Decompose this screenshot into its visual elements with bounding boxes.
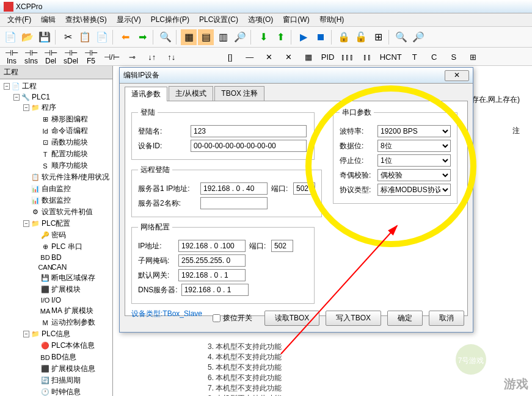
tab-master-slave[interactable]: 主/从模式 [169, 86, 213, 101]
view2-icon[interactable]: ▤ [198, 29, 214, 45]
ladder-tool[interactable]: S [447, 52, 461, 61]
tree-item[interactable]: I/OI/O [1, 295, 111, 305]
stop-icon[interactable]: ⏹ [313, 29, 329, 45]
tree-item[interactable]: 📊自由监控 [1, 183, 111, 195]
ip-input[interactable] [178, 240, 246, 252]
tree-item[interactable]: 🔑密码 [1, 229, 111, 241]
menu-find[interactable]: 查找\替换(S) [60, 13, 111, 26]
tree-item[interactable]: −🔧PLC1 [1, 92, 111, 102]
zoom-out-icon[interactable]: 🔎 [410, 29, 426, 45]
stop-bits-select[interactable]: 1位 [377, 154, 451, 167]
find-icon[interactable]: 🔍 [158, 29, 173, 45]
menu-option[interactable]: 选项(O) [243, 13, 278, 26]
server2-name-input[interactable] [200, 197, 268, 209]
gateway-input[interactable] [178, 269, 246, 281]
save-icon[interactable]: 💾 [37, 29, 53, 45]
ladder-tool[interactable] [184, 52, 198, 61]
view1-icon[interactable]: ▦ [181, 29, 197, 45]
tree-item[interactable]: 📋软元件注释/使用状况 [1, 171, 111, 183]
net-port-input[interactable] [271, 240, 293, 252]
tree-item[interactable]: 📊数据监控 [1, 195, 111, 206]
tab-comm-params[interactable]: 通讯参数 [125, 87, 167, 101]
tree-item[interactable]: T配置功能块 [1, 148, 111, 160]
ladder-tool[interactable]: ↓↑ [145, 52, 159, 61]
dns-input[interactable] [181, 284, 249, 296]
ladder-tool[interactable]: T [408, 52, 421, 61]
paste-icon[interactable]: 📄 [94, 29, 110, 45]
menu-edit[interactable]: 编辑 [36, 13, 60, 26]
tree-item[interactable]: 🔴PLC本体信息 [1, 340, 111, 351]
tree-item[interactable]: ⊞梯形图编程 [1, 113, 111, 125]
tree-item[interactable]: 💾断电区域保存 [1, 272, 111, 284]
protocol-select[interactable]: 标准MODBUS协议 [377, 184, 451, 196]
server1-ip-input[interactable] [200, 182, 268, 195]
tree-item[interactable]: S顺序功能块 [1, 160, 111, 171]
tree-item[interactable]: M运动控制参数 [1, 317, 111, 328]
ladder-tool[interactable]: ⊣⊢Del [44, 48, 57, 65]
cancel-button[interactable]: 取消 [429, 311, 464, 326]
undo-icon[interactable]: ⬅ [117, 29, 133, 45]
tree-item[interactable]: −📄工程 [1, 81, 111, 92]
open-icon[interactable]: 📂 [20, 29, 35, 45]
ladder-tool[interactable]: ⊣⊢F5 [84, 48, 98, 65]
baud-select[interactable]: 19200 BPS [377, 125, 451, 137]
ladder-tool[interactable]: ⊞ [467, 52, 480, 61]
copy-icon[interactable]: 📋 [77, 29, 93, 45]
view4-icon[interactable]: 🔎 [232, 29, 248, 45]
menu-help[interactable]: 帮助(H) [315, 13, 349, 26]
ladder-tool[interactable]: PID [321, 52, 335, 61]
ladder-tool[interactable]: ⫿⫿⫿ [341, 52, 354, 61]
lock-icon[interactable]: 🔒 [336, 29, 352, 45]
ladder-tool[interactable]: ↑↓ [165, 52, 178, 61]
ok-button[interactable]: 确定 [387, 311, 423, 326]
unlock-icon[interactable]: 🔓 [353, 29, 369, 45]
download-icon[interactable]: ⬇ [255, 29, 271, 45]
menu-window[interactable]: 窗口(W) [278, 13, 314, 26]
read-tbox-button[interactable]: 读取TBOX [264, 311, 320, 326]
parity-select[interactable]: 偶校验 [377, 169, 451, 181]
tree-item[interactable]: ⊡函数功能块 [1, 137, 111, 148]
ladder-tool[interactable]: C [428, 52, 441, 61]
ladder-tool[interactable] [204, 52, 217, 61]
ladder-tool[interactable]: ⊸ [126, 52, 139, 61]
tree-item[interactable]: Id命令语编程 [1, 125, 111, 137]
ladder-tool[interactable]: ⊣⊢Ins [5, 48, 18, 65]
menu-plc-set[interactable]: PLC设置(C) [194, 13, 243, 26]
tree-item[interactable]: 🕐时钟信息 [1, 386, 111, 396]
tree-item[interactable]: ⊕PLC 串口 [1, 241, 111, 253]
tree-item[interactable]: 🔄扫描周期 [1, 375, 111, 386]
ladder-tool[interactable]: ▦ [302, 52, 315, 61]
tree-item[interactable]: CANCAN [1, 262, 111, 272]
tree-item[interactable]: ⚙设置软元件初值 [1, 206, 111, 218]
tree-item[interactable]: −📁PLC信息 [1, 328, 111, 340]
dial-switch-checkbox[interactable]: 拨位开关 [213, 313, 252, 323]
ladder-tool[interactable]: HCNT [380, 52, 402, 61]
ladder-tool[interactable]: ⊣/⊢ [104, 52, 120, 61]
new-icon[interactable]: 📄 [2, 29, 18, 45]
menu-plc-op[interactable]: PLC操作(P) [146, 13, 194, 26]
remote-port-input[interactable] [293, 182, 315, 195]
ladder-tool[interactable]: ✕ [282, 52, 296, 61]
tree-item[interactable]: BDBD [1, 253, 111, 262]
login-name-input[interactable] [191, 125, 307, 137]
view3-icon[interactable]: ▥ [215, 29, 231, 45]
run-icon[interactable]: ▶ [296, 29, 312, 45]
ladder-tool[interactable]: ⊣⊢sIns [24, 48, 38, 65]
ladder-tool[interactable]: ⊣⊢sDel [64, 48, 78, 65]
menu-view[interactable]: 显示(V) [112, 13, 146, 26]
tree-item[interactable]: −📁PLC配置 [1, 218, 111, 229]
tree-item[interactable]: ⬛扩展模块信息 [1, 363, 111, 375]
ladder-tool[interactable]: [] [224, 52, 237, 61]
data-bits-select[interactable]: 8位 [377, 140, 451, 152]
write-tbox-button[interactable]: 写入TBOX [326, 311, 381, 326]
menu-file[interactable]: 文件(F) [2, 13, 36, 26]
mask-input[interactable] [178, 254, 246, 267]
zoom-in-icon[interactable]: 🔍 [393, 29, 409, 45]
connect-icon[interactable]: ⊞ [370, 29, 386, 45]
tree-item[interactable]: −📁程序 [1, 102, 111, 113]
upload-icon[interactable]: ⬆ [272, 29, 288, 45]
ladder-tool[interactable]: ✕ [263, 52, 276, 61]
tree-item[interactable]: ⬛扩展模块 [1, 284, 111, 295]
tree-item[interactable]: MAMA 扩展模块 [1, 305, 111, 317]
redo-icon[interactable]: ➡ [134, 29, 150, 45]
